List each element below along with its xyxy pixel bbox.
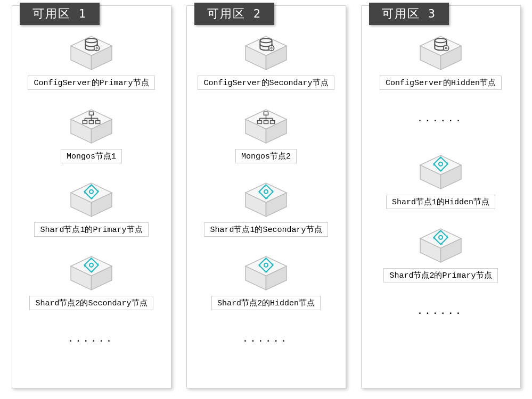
node-item: Shard节点2的Hidden节点 — [211, 253, 321, 310]
ellipsis-icon: ······ — [243, 326, 289, 356]
hierarchy-icon — [243, 106, 289, 146]
hierarchy-icon — [69, 106, 114, 146]
node-list: ConfigServer的Hidden节点······Shard节点1的Hidd… — [362, 16, 520, 328]
shard-icon — [69, 179, 114, 219]
node-item: Shard节点1的Hidden节点 — [386, 152, 495, 209]
node-label: Mongos节点2 — [235, 149, 297, 163]
node-label: Shard节点1的Secondary节点 — [204, 222, 328, 237]
node-label: Shard节点2的Primary节点 — [383, 268, 497, 282]
shard-icon — [69, 253, 114, 293]
node-label: Shard节点1的Primary节点 — [34, 222, 148, 237]
node-label: Shard节点1的Hidden节点 — [386, 195, 495, 209]
shard-icon — [418, 152, 463, 192]
database-icon — [418, 32, 463, 72]
node-label: Shard节点2的Hidden节点 — [211, 296, 321, 310]
node-item: Shard节点1的Secondary节点 — [204, 179, 328, 237]
node-item: ConfigServer的Secondary节点 — [198, 32, 334, 90]
node-label: Mongos节点1 — [61, 149, 122, 163]
node-label: ConfigServer的Secondary节点 — [198, 76, 334, 90]
node-item: ConfigServer的Primary节点 — [28, 32, 154, 90]
ellipsis-icon: ······ — [418, 106, 464, 136]
shard-icon — [243, 253, 289, 293]
node-label: ConfigServer的Primary节点 — [28, 76, 154, 90]
node-item: Shard节点2的Secondary节点 — [29, 253, 153, 310]
node-label: Shard节点2的Secondary节点 — [29, 296, 153, 310]
node-label: ConfigServer的Hidden节点 — [380, 76, 502, 90]
node-item: Shard节点2的Primary节点 — [383, 225, 497, 282]
shard-icon — [418, 225, 463, 265]
node-item: Mongos节点2 — [235, 106, 297, 163]
availability-zone: 可用区 3ConfigServer的Hidden节点······Shard节点1… — [361, 5, 521, 388]
node-list: ConfigServer的Secondary节点Mongos节点2Shard节点… — [187, 16, 346, 356]
node-item: Shard节点1的Primary节点 — [34, 179, 148, 237]
zone-title: 可用区 2 — [194, 3, 275, 25]
ellipsis-icon: ······ — [418, 298, 464, 328]
availability-zone: 可用区 1ConfigServer的Primary节点Mongos节点1Shar… — [12, 5, 171, 388]
node-item: Mongos节点1 — [61, 106, 122, 163]
database-icon — [243, 32, 289, 72]
ellipsis-icon: ······ — [68, 326, 114, 356]
database-icon — [69, 32, 114, 72]
zone-title: 可用区 3 — [369, 3, 449, 25]
shard-icon — [243, 179, 289, 219]
node-item: ConfigServer的Hidden节点 — [380, 32, 502, 90]
node-list: ConfigServer的Primary节点Mongos节点1Shard节点1的… — [12, 16, 171, 356]
zone-title: 可用区 1 — [20, 3, 100, 25]
availability-zone: 可用区 2ConfigServer的Secondary节点Mongos节点2Sh… — [186, 5, 346, 388]
diagram-container: 可用区 1ConfigServer的Primary节点Mongos节点1Shar… — [5, 5, 527, 388]
